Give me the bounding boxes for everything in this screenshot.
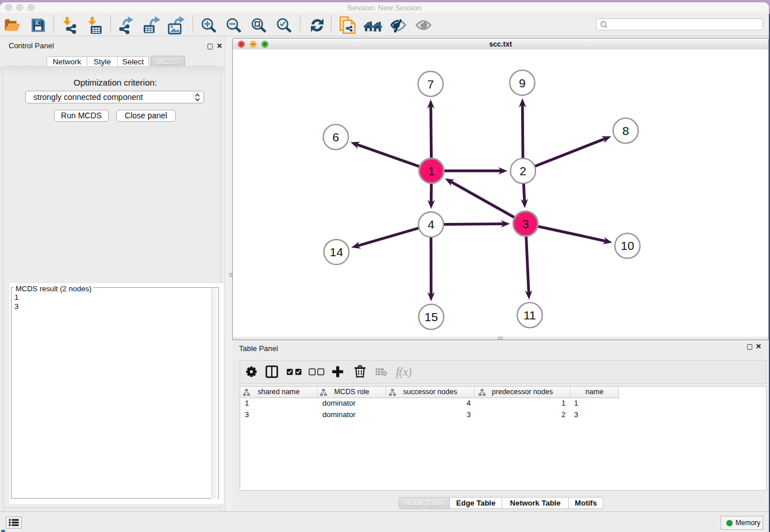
svg-text:15: 15 [425, 310, 438, 323]
svg-text:2: 2 [519, 164, 526, 178]
svg-text:6: 6 [333, 130, 340, 144]
svg-text:3: 3 [522, 217, 529, 230]
svg-text:8: 8 [622, 124, 629, 137]
svg-text:1: 1 [428, 164, 435, 178]
svg-text:9: 9 [519, 76, 526, 90]
svg-text:11: 11 [523, 309, 536, 322]
svg-text:7: 7 [427, 78, 434, 91]
svg-text:f(x): f(x) [396, 365, 412, 379]
svg-text:10: 10 [621, 239, 634, 252]
svg-text:14: 14 [330, 245, 344, 259]
svg-text:4: 4 [428, 218, 434, 231]
